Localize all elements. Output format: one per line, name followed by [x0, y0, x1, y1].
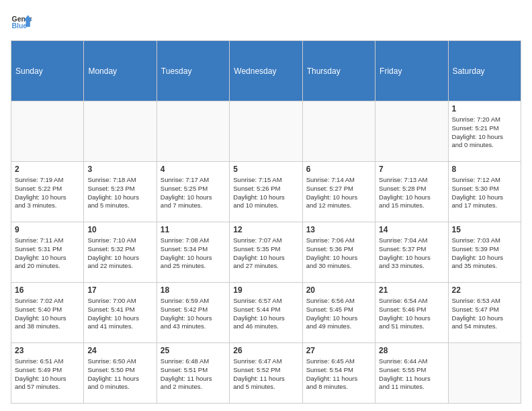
day-info-line: Sunset: 5:32 PM — [87, 245, 152, 254]
day-info-line: Sunrise: 7:13 AM — [379, 176, 444, 185]
day-info-line: and 54 minutes. — [452, 322, 517, 331]
calendar-cell: 2Sunrise: 7:19 AMSunset: 5:22 PMDaylight… — [11, 162, 84, 222]
weekday-header-friday: Friday — [375, 41, 448, 101]
calendar-week-4: 16Sunrise: 7:02 AMSunset: 5:40 PMDayligh… — [11, 283, 521, 343]
day-info-line: Sunset: 5:31 PM — [15, 245, 80, 254]
day-info-line: Daylight: 11 hours — [87, 375, 152, 383]
day-number: 18 — [161, 285, 226, 295]
day-info-line: and 15 minutes. — [379, 201, 444, 210]
day-info-line: Sunset: 5:40 PM — [15, 306, 80, 314]
day-info-line: and 46 minutes. — [233, 322, 298, 331]
day-info-line: Daylight: 10 hours — [161, 314, 226, 323]
day-info-line: Sunset: 5:21 PM — [452, 124, 517, 133]
day-info-line: Sunset: 5:28 PM — [379, 185, 444, 193]
day-number: 15 — [452, 225, 517, 234]
day-number: 5 — [233, 165, 298, 174]
day-info-line: Sunrise: 6:57 AM — [233, 297, 298, 306]
day-info-line: Daylight: 10 hours — [379, 254, 444, 263]
logo-icon: General Blue — [11, 11, 32, 32]
day-number: 13 — [306, 225, 371, 234]
calendar-cell: 19Sunrise: 6:57 AMSunset: 5:44 PMDayligh… — [230, 283, 302, 343]
day-info-line: Sunset: 5:26 PM — [233, 185, 298, 193]
svg-text:Blue: Blue — [12, 22, 28, 30]
day-info-line: Daylight: 10 hours — [233, 314, 298, 323]
day-info-line: and 7 minutes. — [161, 201, 226, 210]
day-info-line: and 0 minutes. — [87, 383, 152, 392]
day-info-line: Daylight: 10 hours — [87, 254, 152, 263]
day-info-line: Sunset: 5:36 PM — [306, 245, 371, 254]
calendar-cell: 12Sunrise: 7:07 AMSunset: 5:35 PMDayligh… — [230, 222, 302, 283]
day-info-line: and 12 minutes. — [306, 201, 371, 210]
day-info-line: Daylight: 10 hours — [233, 254, 298, 263]
calendar-week-5: 23Sunrise: 6:51 AMSunset: 5:49 PMDayligh… — [11, 343, 521, 404]
day-number: 23 — [15, 346, 80, 355]
calendar-cell: 11Sunrise: 7:08 AMSunset: 5:34 PMDayligh… — [157, 222, 229, 283]
page-header: General Blue — [11, 11, 521, 32]
day-info-line: and 51 minutes. — [379, 322, 444, 331]
calendar-cell: 6Sunrise: 7:14 AMSunset: 5:27 PMDaylight… — [302, 162, 375, 222]
weekday-header-sunday: Sunday — [11, 41, 84, 101]
day-info-line: Sunset: 5:34 PM — [161, 245, 226, 254]
calendar-cell: 9Sunrise: 7:11 AMSunset: 5:31 PMDaylight… — [11, 222, 84, 283]
day-info-line: Daylight: 10 hours — [379, 314, 444, 323]
calendar-cell: 13Sunrise: 7:06 AMSunset: 5:36 PMDayligh… — [302, 222, 375, 283]
calendar-cell: 23Sunrise: 6:51 AMSunset: 5:49 PMDayligh… — [11, 343, 84, 404]
day-number: 2 — [15, 165, 80, 174]
day-info-line: Sunrise: 7:18 AM — [87, 176, 152, 185]
day-number: 28 — [379, 346, 444, 355]
calendar-cell: 24Sunrise: 6:50 AMSunset: 5:50 PMDayligh… — [84, 343, 157, 404]
day-info-line: Sunset: 5:25 PM — [161, 185, 226, 193]
day-info-line: Sunrise: 7:11 AM — [15, 236, 80, 245]
day-info-line: Sunset: 5:42 PM — [161, 306, 226, 314]
day-info-line: Daylight: 10 hours — [87, 314, 152, 323]
day-info-line: and 5 minutes. — [233, 383, 298, 392]
day-info-line: and 3 minutes. — [15, 201, 80, 210]
calendar-week-3: 9Sunrise: 7:11 AMSunset: 5:31 PMDaylight… — [11, 222, 521, 283]
calendar-cell — [157, 101, 229, 162]
day-info-line: Sunrise: 7:14 AM — [306, 176, 371, 185]
day-info-line: Daylight: 10 hours — [15, 254, 80, 263]
day-info-line: Sunset: 5:50 PM — [87, 366, 152, 375]
day-info-line: Sunrise: 6:54 AM — [379, 297, 444, 306]
day-info-line: Sunset: 5:37 PM — [379, 245, 444, 254]
day-info-line: Sunset: 5:41 PM — [87, 306, 152, 314]
day-info-line: Sunrise: 7:07 AM — [233, 236, 298, 245]
calendar-cell: 15Sunrise: 7:03 AMSunset: 5:39 PMDayligh… — [448, 222, 521, 283]
day-info-line: Sunrise: 6:50 AM — [87, 357, 152, 366]
day-info-line: Sunset: 5:35 PM — [233, 245, 298, 254]
day-number: 11 — [161, 225, 226, 234]
day-info-line: and 8 minutes. — [306, 383, 371, 392]
calendar-cell — [11, 101, 84, 162]
day-number: 26 — [233, 346, 298, 355]
day-info-line: Sunrise: 6:53 AM — [452, 297, 517, 306]
day-info-line: and 10 minutes. — [233, 201, 298, 210]
day-info-line: Sunset: 5:51 PM — [161, 366, 226, 375]
day-info-line: and 33 minutes. — [379, 262, 444, 271]
day-info-line: Sunrise: 7:12 AM — [452, 176, 517, 185]
day-info-line: Sunrise: 7:15 AM — [233, 176, 298, 185]
calendar-cell: 22Sunrise: 6:53 AMSunset: 5:47 PMDayligh… — [448, 283, 521, 343]
calendar-cell: 26Sunrise: 6:47 AMSunset: 5:52 PMDayligh… — [230, 343, 302, 404]
calendar-cell — [230, 101, 302, 162]
day-number: 10 — [87, 225, 152, 234]
weekday-header-wednesday: Wednesday — [230, 41, 302, 101]
day-info-line: Daylight: 11 hours — [306, 375, 371, 383]
calendar-cell: 8Sunrise: 7:12 AMSunset: 5:30 PMDaylight… — [448, 162, 521, 222]
day-info-line: and 17 minutes. — [452, 201, 517, 210]
day-info-line: and 20 minutes. — [15, 262, 80, 271]
day-info-line: Sunrise: 6:47 AM — [233, 357, 298, 366]
day-info-line: Daylight: 10 hours — [87, 193, 152, 202]
day-info-line: Sunset: 5:54 PM — [306, 366, 371, 375]
day-info-line: Sunset: 5:23 PM — [87, 185, 152, 193]
weekday-header-tuesday: Tuesday — [157, 41, 229, 101]
day-number: 27 — [306, 346, 371, 355]
calendar-cell — [84, 101, 157, 162]
day-info-line: Sunset: 5:46 PM — [379, 306, 444, 314]
day-number: 24 — [87, 346, 152, 355]
day-info-line: Sunset: 5:22 PM — [15, 185, 80, 193]
calendar-cell: 10Sunrise: 7:10 AMSunset: 5:32 PMDayligh… — [84, 222, 157, 283]
calendar-cell: 25Sunrise: 6:48 AMSunset: 5:51 PMDayligh… — [157, 343, 229, 404]
calendar-cell: 18Sunrise: 6:59 AMSunset: 5:42 PMDayligh… — [157, 283, 229, 343]
day-info-line: Sunset: 5:49 PM — [15, 366, 80, 375]
day-info-line: Sunrise: 7:10 AM — [87, 236, 152, 245]
